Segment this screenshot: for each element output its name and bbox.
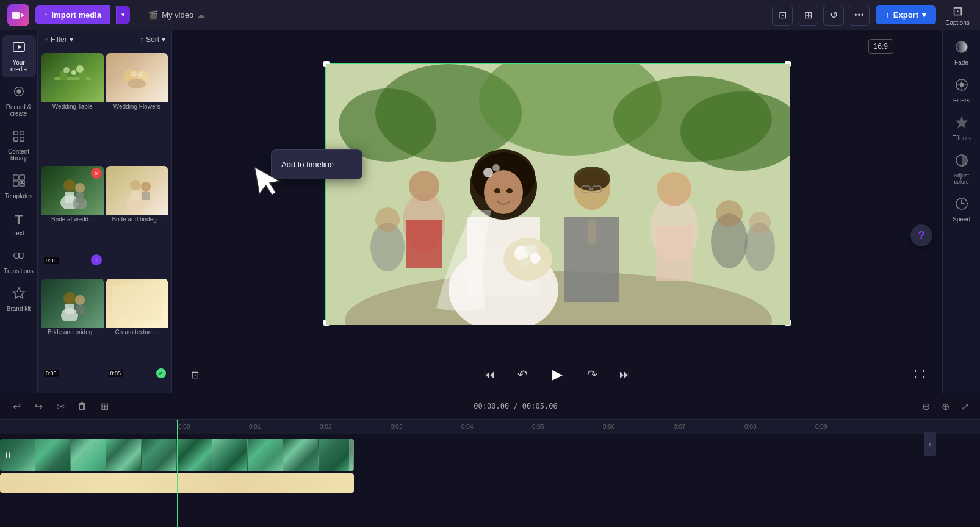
sidebar-item-speed[interactable]: Speed — [945, 192, 979, 228]
video-area: 16:9 ⊡ ⏮ ↶ ▶ ↷ ⏭ ⛶ Add to timeline ? — [172, 30, 942, 393]
resize-button[interactable]: ⊞ — [798, 5, 818, 26]
redo-button[interactable]: ↪ — [29, 397, 48, 415]
delete-button[interactable]: 🗑 — [73, 397, 92, 415]
thumbnail-bride-brideg-2 — [41, 279, 104, 328]
speed-icon — [955, 197, 968, 213]
import-media-button[interactable]: ↑ Import media — [35, 5, 110, 24]
ruler-mark-6: 0:06 — [602, 423, 672, 430]
import-media-dropdown-button[interactable]: ▾ — [116, 6, 130, 24]
zoom-in-button[interactable]: ⊕ — [937, 398, 953, 414]
media-item-label: Wedding Table — [41, 102, 104, 111]
forward-5s-button[interactable]: ↷ — [582, 364, 602, 385]
add-media-button[interactable]: + — [91, 254, 102, 265]
track-frame — [142, 439, 177, 471]
fit-button[interactable]: ⤢ — [957, 398, 973, 414]
svg-point-85 — [375, 207, 400, 232]
media-item-bride-brideg-2[interactable]: 0:06 Bride and brideg... — [41, 279, 104, 389]
sidebar-item-adjust-colors[interactable]: Adjustcolors — [945, 149, 979, 190]
svg-rect-6 — [13, 131, 17, 135]
video-track-row: Bride at wedding ⏸ — [0, 438, 980, 472]
media-item-wedding-table[interactable]: Wedding Table — [41, 53, 104, 163]
svg-point-34 — [75, 183, 85, 193]
sidebar-item-text[interactable]: T Text — [2, 207, 36, 242]
svg-point-89 — [749, 212, 771, 234]
svg-rect-11 — [19, 175, 24, 180]
skip-end-button[interactable]: ⏭ — [614, 364, 635, 385]
add-to-timeline-menu-item[interactable]: Add to timeline — [272, 155, 362, 174]
sidebar-item-record-create[interactable]: Record &create — [2, 80, 36, 122]
track-frame — [71, 439, 106, 471]
cut-button[interactable]: ✂ — [51, 397, 70, 415]
top-bar: ↑ Import media ▾ 🎬 My video ☁ ⊡ ⊞ ↺ ••• … — [0, 0, 980, 30]
more-options-button[interactable]: ••• — [849, 5, 870, 26]
media-item-bride-brideg-1[interactable]: Bride and brideg... — [106, 166, 168, 276]
sidebar-item-content-library[interactable]: Contentlibrary — [2, 124, 36, 167]
svg-rect-9 — [20, 137, 23, 141]
svg-rect-32 — [65, 192, 74, 203]
playhead[interactable] — [177, 420, 178, 527]
svg-point-5 — [16, 89, 21, 93]
sidebar-item-filters[interactable]: Filters — [945, 73, 979, 109]
track-frame — [283, 439, 319, 471]
ruler-mark-9: 0:09 — [814, 423, 885, 430]
track-mute-button[interactable]: ⏸ — [4, 450, 12, 460]
sort-button[interactable]: ↕ Sort ▾ — [140, 35, 165, 44]
video-icon: 🎬 — [148, 10, 158, 20]
svg-point-91 — [956, 41, 967, 52]
track-frame — [177, 439, 212, 471]
track-end-handle[interactable] — [349, 439, 354, 471]
add-to-timeline-button[interactable]: ⊞ — [95, 397, 113, 415]
help-button[interactable]: ? — [910, 224, 932, 246]
sidebar-item-label: Filters — [953, 97, 970, 104]
rewind-5s-button[interactable]: ↶ — [512, 364, 533, 385]
preview-container: 16:9 — [172, 30, 942, 356]
fullscreen-button[interactable]: ⛶ — [909, 364, 930, 385]
svg-point-44 — [75, 295, 85, 305]
svg-point-41 — [63, 292, 76, 304]
my-video-tab[interactable]: 🎬 My video ☁ — [148, 10, 205, 20]
captions-button[interactable]: ⊡ Captions — [942, 4, 973, 26]
sidebar-item-transitions[interactable]: Transitions — [2, 244, 36, 279]
panel-collapse-button[interactable]: ‹ — [924, 432, 936, 456]
subtitles-button[interactable]: ⊡ — [184, 364, 205, 385]
timeline-toolbar: ↩ ↪ ✂ 🗑 ⊞ 00:00.00 / 00:05.06 ⊖ ⊕ ⤢ — [0, 393, 980, 420]
filter-button[interactable]: ≡ Filter ▾ — [44, 35, 73, 44]
media-item-wedding-flowers[interactable]: Wedding Flowers — [106, 53, 168, 163]
zoom-out-button[interactable]: ⊖ — [918, 398, 934, 414]
svg-marker-1 — [21, 13, 24, 18]
skip-start-button[interactable]: ⏮ — [479, 364, 500, 385]
sidebar-item-label: Transitions — [4, 268, 34, 274]
media-icon — [12, 40, 26, 57]
playhead-triangle — [173, 420, 181, 421]
media-item-cream-texture[interactable]: 0:05 ✓ Cream texture... — [106, 279, 168, 389]
track-frame — [248, 439, 283, 471]
svg-rect-10 — [13, 175, 18, 180]
sidebar-item-brand-kit[interactable]: Brand kit — [2, 282, 36, 317]
delete-media-button[interactable]: ✕ — [91, 168, 102, 179]
templates-icon — [12, 174, 26, 190]
thumbnail-wedding-flowers — [106, 53, 168, 102]
media-grid: Wedding Table Wedding Flowers — [38, 49, 171, 393]
sidebar-item-fade[interactable]: Fade — [945, 35, 979, 71]
rotate-button[interactable]: ↺ — [823, 5, 844, 26]
svg-point-29 — [138, 72, 143, 77]
media-panel: ≡ Filter ▾ ↕ Sort ▾ — [38, 30, 172, 393]
media-item-bride-at-wedding[interactable]: 0:06 ✕ + Bride at wedd... — [41, 166, 104, 276]
sidebar-item-effects[interactable]: Effects — [945, 111, 979, 146]
sidebar-item-your-media[interactable]: Your media — [2, 35, 36, 77]
crop-button[interactable]: ⊡ — [772, 5, 793, 26]
media-item-duration: 0:05 — [109, 370, 123, 377]
export-button[interactable]: ↑ Export ▾ — [876, 5, 936, 24]
playback-controls: ⊡ ⏮ ↶ ▶ ↷ ⏭ ⛶ — [172, 356, 942, 393]
filters-icon — [955, 78, 968, 95]
sidebar-item-templates[interactable]: Templates — [2, 169, 36, 204]
brand-icon — [12, 287, 26, 303]
undo-button[interactable]: ↩ — [7, 397, 26, 415]
text-icon: T — [15, 212, 23, 228]
play-pause-button[interactable]: ▶ — [545, 362, 569, 387]
svg-point-39 — [141, 182, 151, 192]
sidebar-item-label: Templates — [5, 193, 33, 199]
svg-rect-0 — [12, 12, 20, 19]
media-item-label: Bride and brideg... — [41, 328, 104, 337]
ruler-mark-0: 0:00 — [177, 423, 248, 430]
